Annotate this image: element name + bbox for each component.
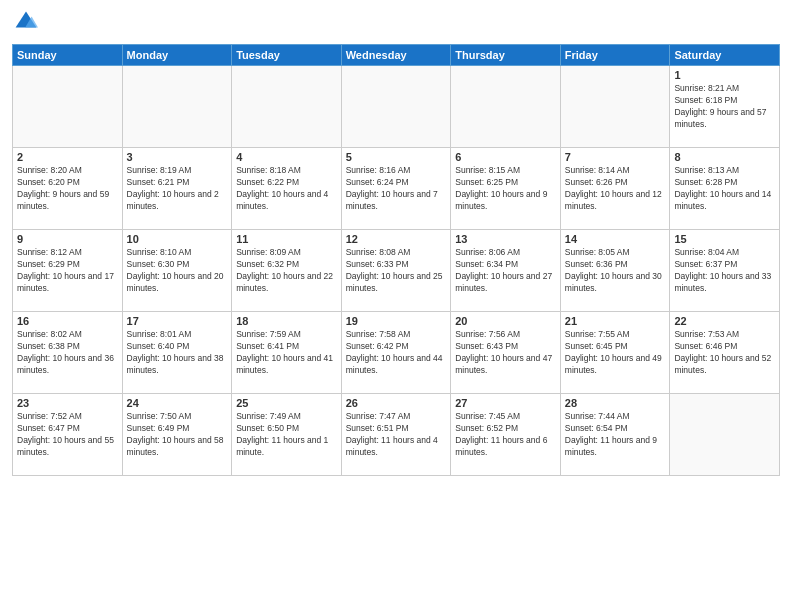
calendar-cell (451, 66, 561, 148)
calendar-cell: 8Sunrise: 8:13 AM Sunset: 6:28 PM Daylig… (670, 148, 780, 230)
day-number: 2 (17, 151, 118, 163)
day-info: Sunrise: 8:13 AM Sunset: 6:28 PM Dayligh… (674, 165, 775, 213)
day-info: Sunrise: 8:12 AM Sunset: 6:29 PM Dayligh… (17, 247, 118, 295)
calendar-cell: 28Sunrise: 7:44 AM Sunset: 6:54 PM Dayli… (560, 394, 670, 476)
calendar-cell: 26Sunrise: 7:47 AM Sunset: 6:51 PM Dayli… (341, 394, 451, 476)
day-info: Sunrise: 8:02 AM Sunset: 6:38 PM Dayligh… (17, 329, 118, 377)
day-number: 3 (127, 151, 228, 163)
calendar-cell: 22Sunrise: 7:53 AM Sunset: 6:46 PM Dayli… (670, 312, 780, 394)
day-number: 16 (17, 315, 118, 327)
day-number: 22 (674, 315, 775, 327)
day-info: Sunrise: 7:56 AM Sunset: 6:43 PM Dayligh… (455, 329, 556, 377)
calendar-cell: 2Sunrise: 8:20 AM Sunset: 6:20 PM Daylig… (13, 148, 123, 230)
day-number: 14 (565, 233, 666, 245)
day-info: Sunrise: 8:16 AM Sunset: 6:24 PM Dayligh… (346, 165, 447, 213)
calendar-cell (122, 66, 232, 148)
calendar-cell: 11Sunrise: 8:09 AM Sunset: 6:32 PM Dayli… (232, 230, 342, 312)
calendar-cell: 24Sunrise: 7:50 AM Sunset: 6:49 PM Dayli… (122, 394, 232, 476)
calendar-cell: 23Sunrise: 7:52 AM Sunset: 6:47 PM Dayli… (13, 394, 123, 476)
day-number: 20 (455, 315, 556, 327)
logo (12, 10, 42, 38)
calendar-cell: 12Sunrise: 8:08 AM Sunset: 6:33 PM Dayli… (341, 230, 451, 312)
calendar-cell: 20Sunrise: 7:56 AM Sunset: 6:43 PM Dayli… (451, 312, 561, 394)
calendar-week-2: 2Sunrise: 8:20 AM Sunset: 6:20 PM Daylig… (13, 148, 780, 230)
header (12, 10, 780, 38)
day-number: 28 (565, 397, 666, 409)
calendar-table: SundayMondayTuesdayWednesdayThursdayFrid… (12, 44, 780, 476)
calendar-cell: 1Sunrise: 8:21 AM Sunset: 6:18 PM Daylig… (670, 66, 780, 148)
day-info: Sunrise: 7:58 AM Sunset: 6:42 PM Dayligh… (346, 329, 447, 377)
calendar-cell: 21Sunrise: 7:55 AM Sunset: 6:45 PM Dayli… (560, 312, 670, 394)
calendar-week-1: 1Sunrise: 8:21 AM Sunset: 6:18 PM Daylig… (13, 66, 780, 148)
day-info: Sunrise: 7:50 AM Sunset: 6:49 PM Dayligh… (127, 411, 228, 459)
calendar-cell (13, 66, 123, 148)
day-header-saturday: Saturday (670, 45, 780, 66)
calendar-week-3: 9Sunrise: 8:12 AM Sunset: 6:29 PM Daylig… (13, 230, 780, 312)
calendar-cell: 5Sunrise: 8:16 AM Sunset: 6:24 PM Daylig… (341, 148, 451, 230)
day-info: Sunrise: 8:10 AM Sunset: 6:30 PM Dayligh… (127, 247, 228, 295)
day-number: 7 (565, 151, 666, 163)
day-info: Sunrise: 8:09 AM Sunset: 6:32 PM Dayligh… (236, 247, 337, 295)
calendar-cell (560, 66, 670, 148)
day-header-monday: Monday (122, 45, 232, 66)
day-number: 24 (127, 397, 228, 409)
day-header-friday: Friday (560, 45, 670, 66)
calendar-cell: 10Sunrise: 8:10 AM Sunset: 6:30 PM Dayli… (122, 230, 232, 312)
day-info: Sunrise: 8:04 AM Sunset: 6:37 PM Dayligh… (674, 247, 775, 295)
day-number: 18 (236, 315, 337, 327)
calendar-cell: 9Sunrise: 8:12 AM Sunset: 6:29 PM Daylig… (13, 230, 123, 312)
day-info: Sunrise: 7:45 AM Sunset: 6:52 PM Dayligh… (455, 411, 556, 459)
day-number: 13 (455, 233, 556, 245)
day-info: Sunrise: 8:15 AM Sunset: 6:25 PM Dayligh… (455, 165, 556, 213)
day-info: Sunrise: 8:20 AM Sunset: 6:20 PM Dayligh… (17, 165, 118, 213)
day-number: 25 (236, 397, 337, 409)
calendar-cell (341, 66, 451, 148)
day-number: 19 (346, 315, 447, 327)
day-number: 6 (455, 151, 556, 163)
day-info: Sunrise: 8:19 AM Sunset: 6:21 PM Dayligh… (127, 165, 228, 213)
day-number: 5 (346, 151, 447, 163)
day-info: Sunrise: 8:21 AM Sunset: 6:18 PM Dayligh… (674, 83, 775, 131)
day-info: Sunrise: 7:55 AM Sunset: 6:45 PM Dayligh… (565, 329, 666, 377)
day-info: Sunrise: 7:53 AM Sunset: 6:46 PM Dayligh… (674, 329, 775, 377)
day-header-tuesday: Tuesday (232, 45, 342, 66)
calendar-cell: 15Sunrise: 8:04 AM Sunset: 6:37 PM Dayli… (670, 230, 780, 312)
calendar-cell: 6Sunrise: 8:15 AM Sunset: 6:25 PM Daylig… (451, 148, 561, 230)
day-number: 9 (17, 233, 118, 245)
calendar-cell: 19Sunrise: 7:58 AM Sunset: 6:42 PM Dayli… (341, 312, 451, 394)
day-info: Sunrise: 8:14 AM Sunset: 6:26 PM Dayligh… (565, 165, 666, 213)
day-number: 8 (674, 151, 775, 163)
calendar-cell: 13Sunrise: 8:06 AM Sunset: 6:34 PM Dayli… (451, 230, 561, 312)
calendar-cell (232, 66, 342, 148)
day-number: 23 (17, 397, 118, 409)
day-header-wednesday: Wednesday (341, 45, 451, 66)
day-header-thursday: Thursday (451, 45, 561, 66)
day-number: 12 (346, 233, 447, 245)
day-info: Sunrise: 8:05 AM Sunset: 6:36 PM Dayligh… (565, 247, 666, 295)
day-info: Sunrise: 8:06 AM Sunset: 6:34 PM Dayligh… (455, 247, 556, 295)
calendar-cell: 7Sunrise: 8:14 AM Sunset: 6:26 PM Daylig… (560, 148, 670, 230)
calendar-cell: 18Sunrise: 7:59 AM Sunset: 6:41 PM Dayli… (232, 312, 342, 394)
day-number: 4 (236, 151, 337, 163)
day-info: Sunrise: 7:47 AM Sunset: 6:51 PM Dayligh… (346, 411, 447, 459)
day-number: 21 (565, 315, 666, 327)
day-number: 11 (236, 233, 337, 245)
day-number: 15 (674, 233, 775, 245)
calendar-cell: 16Sunrise: 8:02 AM Sunset: 6:38 PM Dayli… (13, 312, 123, 394)
day-number: 17 (127, 315, 228, 327)
calendar-header-row: SundayMondayTuesdayWednesdayThursdayFrid… (13, 45, 780, 66)
day-number: 27 (455, 397, 556, 409)
logo-icon (14, 10, 38, 34)
day-number: 26 (346, 397, 447, 409)
day-info: Sunrise: 7:49 AM Sunset: 6:50 PM Dayligh… (236, 411, 337, 459)
page: SundayMondayTuesdayWednesdayThursdayFrid… (0, 0, 792, 612)
day-number: 1 (674, 69, 775, 81)
calendar-cell (670, 394, 780, 476)
calendar-week-4: 16Sunrise: 8:02 AM Sunset: 6:38 PM Dayli… (13, 312, 780, 394)
calendar-week-5: 23Sunrise: 7:52 AM Sunset: 6:47 PM Dayli… (13, 394, 780, 476)
day-info: Sunrise: 7:59 AM Sunset: 6:41 PM Dayligh… (236, 329, 337, 377)
calendar-cell: 27Sunrise: 7:45 AM Sunset: 6:52 PM Dayli… (451, 394, 561, 476)
day-info: Sunrise: 8:18 AM Sunset: 6:22 PM Dayligh… (236, 165, 337, 213)
calendar-cell: 3Sunrise: 8:19 AM Sunset: 6:21 PM Daylig… (122, 148, 232, 230)
calendar-cell: 14Sunrise: 8:05 AM Sunset: 6:36 PM Dayli… (560, 230, 670, 312)
